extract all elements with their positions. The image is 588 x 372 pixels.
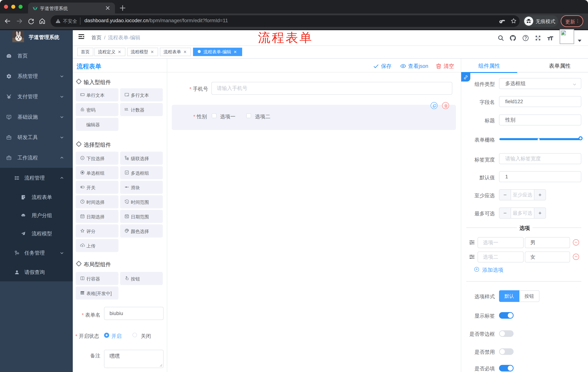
svg-text:123: 123	[125, 108, 128, 110]
